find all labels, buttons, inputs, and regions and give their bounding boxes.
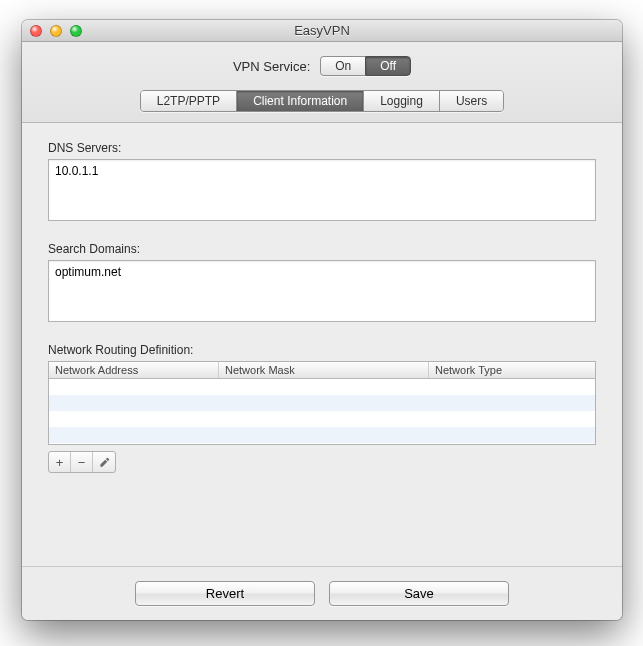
table-row[interactable] (49, 379, 595, 395)
add-button[interactable]: + (49, 452, 71, 472)
titlebar: EasyVPN (22, 20, 622, 42)
table-row[interactable] (49, 411, 595, 427)
vpn-on-button[interactable]: On (320, 56, 365, 76)
minus-icon: − (78, 455, 86, 470)
edit-button[interactable] (93, 452, 115, 472)
content-area: DNS Servers: Search Domains: Network Rou… (22, 123, 622, 566)
plus-icon: + (56, 455, 64, 470)
tab-users[interactable]: Users (440, 91, 503, 111)
vpn-service-row: VPN Service: On Off (233, 56, 411, 76)
table-header: Network Address Network Mask Network Typ… (49, 362, 595, 379)
window-title: EasyVPN (22, 23, 622, 38)
vpn-service-label: VPN Service: (233, 59, 310, 74)
column-network-mask[interactable]: Network Mask (219, 362, 429, 378)
tab-client-information[interactable]: Client Information (237, 91, 364, 111)
column-network-address[interactable]: Network Address (49, 362, 219, 378)
save-button[interactable]: Save (329, 581, 509, 606)
table-body (49, 379, 595, 443)
main-tabs: L2TP/PPTP Client Information Logging Use… (140, 90, 504, 112)
search-domains-input[interactable] (48, 260, 596, 322)
search-domains-label: Search Domains: (48, 242, 596, 256)
remove-button[interactable]: − (71, 452, 93, 472)
dns-servers-label: DNS Servers: (48, 141, 596, 155)
easyvpn-window: EasyVPN VPN Service: On Off L2TP/PPTP Cl… (22, 20, 622, 620)
header-area: VPN Service: On Off L2TP/PPTP Client Inf… (22, 42, 622, 123)
vpn-off-button[interactable]: Off (365, 56, 411, 76)
revert-button[interactable]: Revert (135, 581, 315, 606)
tab-l2tp-pptp[interactable]: L2TP/PPTP (141, 91, 237, 111)
routing-toolbar: + − (48, 451, 116, 473)
tab-logging[interactable]: Logging (364, 91, 440, 111)
dns-servers-input[interactable] (48, 159, 596, 221)
vpn-service-toggle: On Off (320, 56, 411, 76)
network-routing-label: Network Routing Definition: (48, 343, 596, 357)
pencil-icon (99, 457, 110, 468)
network-routing-table[interactable]: Network Address Network Mask Network Typ… (48, 361, 596, 445)
table-row[interactable] (49, 427, 595, 443)
footer: Revert Save (22, 566, 622, 620)
table-row[interactable] (49, 395, 595, 411)
column-network-type[interactable]: Network Type (429, 362, 595, 378)
